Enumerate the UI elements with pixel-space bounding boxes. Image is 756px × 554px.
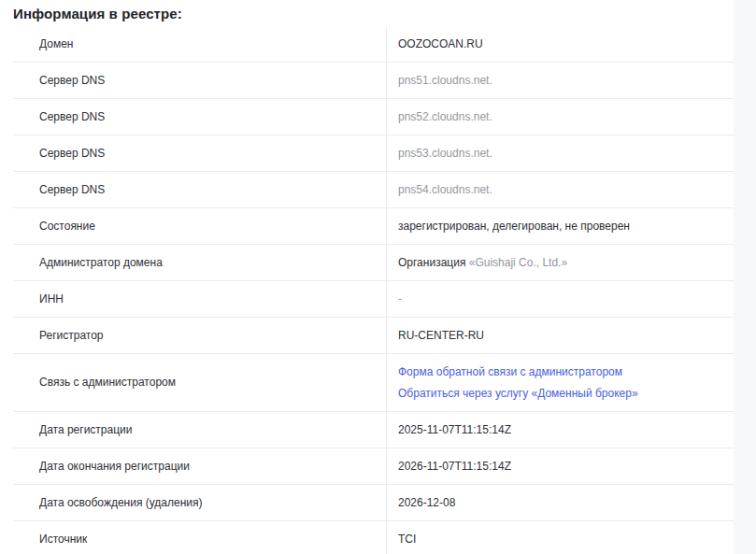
domain-value: OOZOCOAN.RU [398,37,483,51]
registrar-value: RU-CENTER-RU [398,329,484,343]
admin-org-name: «Guishaji Co., Ltd.» [469,256,567,269]
row-label: Состояние [13,208,386,244]
row-label: Регистратор [13,318,386,353]
admin-feedback-form-link[interactable]: Форма обратной связи с администратором [398,365,622,378]
table-row-admin-contact: Связь с администратором Форма обратной с… [13,354,734,412]
table-row-state: Состояние зарегистрирован, делегирован, … [13,208,734,245]
table-row-inn: ИНН - [13,281,734,318]
table-row-registration-date: Дата регистрации 2025-11-07T11:15:14Z [13,412,734,448]
row-value-cell: pns51.cloudns.net. [386,63,734,98]
row-label: Дата окончания регистрации [13,448,386,484]
dns-server-value: pns51.cloudns.net. [398,74,492,88]
table-row-expiration-date: Дата окончания регистрации 2026-11-07T11… [13,448,734,485]
table-row-dns-3: Сервер DNS pns53.cloudns.net. [13,135,734,172]
table-row-dns-4: Сервер DNS pns54.cloudns.net. [13,172,734,208]
table-row-domain: Домен OOZOCOAN.RU [13,26,734,63]
row-label: ИНН [13,281,386,317]
row-label: Источник [13,521,386,554]
admin-value: Организация «Guishaji Co., Ltd.» [398,256,567,270]
source-value: TCI [398,533,416,547]
table-row-dns-1: Сервер DNS pns51.cloudns.net. [13,63,734,99]
row-value-cell: pns54.cloudns.net. [386,172,734,207]
row-label: Дата регистрации [13,412,386,447]
table-row-admin: Администратор домена Организация «Guisha… [13,245,734,281]
row-value-cell: - [386,281,734,317]
row-value-cell: Форма обратной связи с администратором О… [386,354,734,411]
dns-server-value: pns54.cloudns.net. [398,183,492,197]
row-label: Сервер DNS [13,99,386,135]
row-value-cell: 2026-12-08 [386,485,734,520]
inn-value: - [398,292,402,306]
row-value-cell: зарегистрирован, делегирован, не провере… [386,208,734,244]
row-label: Дата освобождения (удаления) [13,485,386,520]
row-value-cell: OOZOCOAN.RU [386,26,734,62]
dns-server-value: pns52.cloudns.net. [398,110,492,124]
state-value: зарегистрирован, делегирован, не провере… [398,220,630,234]
row-label: Администратор домена [13,245,386,280]
row-value-cell: TCI [386,521,734,554]
dns-server-value: pns53.cloudns.net. [398,147,492,161]
domain-broker-service-link[interactable]: Обратиться через услугу «Доменный брокер… [398,387,638,400]
row-value-cell: pns52.cloudns.net. [386,99,734,135]
expiration-date-value: 2026-11-07T11:15:14Z [398,460,511,474]
row-value-cell: 2026-11-07T11:15:14Z [386,448,734,484]
row-label: Связь с администратором [13,354,386,411]
table-row-release-date: Дата освобождения (удаления) 2026-12-08 [13,485,734,521]
row-value-cell: Организация «Guishaji Co., Ltd.» [386,245,734,280]
row-label: Сервер DNS [13,135,386,171]
row-value-cell: RU-CENTER-RU [386,318,734,353]
row-label: Домен [13,26,386,62]
row-label: Сервер DNS [13,172,386,207]
row-value-cell: 2025-11-07T11:15:14Z [386,412,734,447]
row-label: Сервер DNS [13,63,386,98]
row-value-cell: pns53.cloudns.net. [386,135,734,171]
registry-info-card: Информация в реестре: Домен OOZOCOAN.RU … [0,0,734,554]
table-row-source: Источник TCI [13,521,734,554]
registration-date-value: 2025-11-07T11:15:14Z [398,423,511,437]
registry-table: Домен OOZOCOAN.RU Сервер DNS pns51.cloud… [13,26,734,554]
admin-org-type: Организация [398,256,465,269]
page-title: Информация в реестре: [0,0,734,21]
release-date-value: 2026-12-08 [398,496,455,510]
table-row-registrar: Регистратор RU-CENTER-RU [13,318,734,354]
table-row-dns-2: Сервер DNS pns52.cloudns.net. [13,99,734,135]
